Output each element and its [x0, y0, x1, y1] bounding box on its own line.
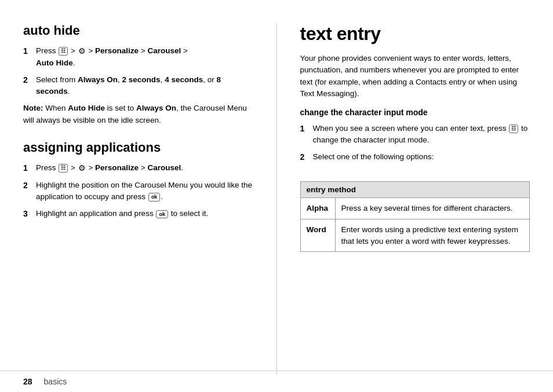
step-content: Select from Always On, 2 seconds, 4 seco… — [36, 74, 253, 97]
column-divider — [276, 23, 277, 375]
carousel-label2: Carousel — [147, 163, 181, 172]
option-4sec: 4 seconds — [165, 75, 203, 84]
step-number: 2 — [300, 151, 308, 163]
auto-hide-section: auto hide 1 Press ☷ > ⚙ > Personalize > … — [23, 23, 253, 126]
step-number: 3 — [23, 208, 31, 219]
personalize-label: Personalize — [95, 46, 139, 55]
method-alpha-desc: Press a key several times for different … — [335, 198, 530, 219]
auto-hide-list: 1 Press ☷ > ⚙ > Personalize > Carousel >… — [23, 45, 253, 97]
entry-method-table: entry method Alpha Press a key several t… — [300, 181, 530, 252]
footer-section: basics — [44, 377, 67, 386]
text-entry-steps: 1 When you see a screen where you can en… — [300, 123, 530, 168]
step-number: 1 — [300, 123, 308, 145]
left-column: auto hide 1 Press ☷ > ⚙ > Personalize > … — [23, 23, 253, 375]
option-2sec: 2 seconds — [122, 75, 161, 84]
settings-icon: ⚙ — [78, 45, 86, 57]
assigning-apps-section: assigning applications 1 Press ☷ > ⚙ > P… — [23, 140, 253, 226]
auto-hide-label: Auto Hide — [36, 58, 73, 67]
note-block: Note: When Auto Hide is set to Always On… — [23, 102, 253, 126]
list-item: 2 Select from Always On, 2 seconds, 4 se… — [23, 74, 253, 97]
auto-hide-ref: Auto Hide — [68, 104, 105, 112]
page-number: 28 — [23, 377, 32, 386]
list-item: 1 Press ☷ > ⚙ > Personalize > Carousel >… — [23, 45, 253, 68]
always-on-ref: Always On — [136, 104, 176, 112]
list-item: 3 Highlight an application and press ok … — [23, 208, 253, 219]
assigning-apps-title: assigning applications — [23, 140, 253, 155]
step-content: Select one of the following options: — [313, 151, 434, 163]
carousel-label: Carousel — [147, 46, 181, 55]
list-item: 2 Highlight the position on the Carousel… — [23, 179, 253, 202]
step-number: 1 — [23, 162, 31, 174]
step-number: 2 — [23, 179, 31, 202]
step-content: Press ☷ > ⚙ > Personalize > Carousel >Au… — [36, 45, 188, 68]
menu-icon: ☷ — [59, 164, 68, 173]
step-number: 2 — [23, 74, 31, 97]
right-column: text entry Your phone provides convenien… — [300, 23, 530, 375]
auto-hide-title: auto hide — [23, 23, 253, 38]
assigning-apps-list: 1 Press ☷ > ⚙ > Personalize > Carousel. … — [23, 162, 253, 220]
subsection-title: change the character input mode — [300, 108, 530, 117]
list-item: 1 When you see a screen where you can en… — [300, 123, 530, 145]
text-entry-title: text entry — [300, 23, 530, 45]
list-item: 2 Select one of the following options: — [300, 151, 530, 163]
ok-icon: ok — [148, 193, 161, 202]
page-container: auto hide 1 Press ☷ > ⚙ > Personalize > … — [0, 0, 553, 392]
menu-icon: ☷ — [59, 47, 68, 56]
list-item: 1 Press ☷ > ⚙ > Personalize > Carousel. — [23, 162, 253, 174]
step-content: Highlight an application and press ok to… — [36, 208, 208, 219]
method-alpha: Alpha — [300, 198, 335, 219]
ok-icon: ok — [156, 210, 168, 219]
step-content: Highlight the position on the Carousel M… — [36, 179, 253, 202]
table-header: entry method — [300, 182, 530, 198]
footer-bar: 28 basics — [0, 371, 553, 392]
settings-icon: ⚙ — [78, 162, 86, 174]
personalize-label: Personalize — [95, 163, 139, 172]
step-content: Press ☷ > ⚙ > Personalize > Carousel. — [36, 162, 183, 174]
table-row: Word Enter words using a predictive text… — [300, 219, 530, 251]
table-row: Alpha Press a key several times for diff… — [300, 198, 530, 219]
intro-text: Your phone provides convenient ways to e… — [300, 53, 530, 100]
option-always-on: Always On — [78, 75, 118, 84]
method-word-desc: Enter words using a predictive text ente… — [335, 219, 530, 251]
note-label: Note: — [23, 104, 43, 112]
menu-icon: ☷ — [509, 124, 518, 133]
step-content: When you see a screen where you can ente… — [313, 123, 530, 145]
step-number: 1 — [23, 45, 31, 68]
method-word: Word — [300, 219, 335, 251]
